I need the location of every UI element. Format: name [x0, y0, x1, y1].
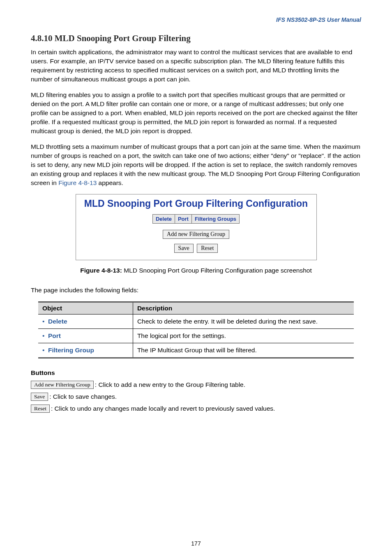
mini-header-filtering-groups: Filtering Groups — [191, 215, 239, 224]
object-delete: Delete — [48, 318, 67, 325]
fields-intro: The page includes the following fields: — [31, 286, 361, 295]
button-desc-line-reset: Reset : Click to undo any changes made l… — [31, 405, 361, 413]
table-row: •Delete Check to delete the entry. It wi… — [38, 314, 354, 329]
reset-chip[interactable]: Reset — [31, 405, 50, 413]
desc-port: The logical port for the settings. — [133, 329, 354, 343]
bullet-icon: • — [42, 332, 48, 340]
reset-button[interactable]: Reset — [197, 244, 218, 253]
th-object: Object — [38, 302, 133, 314]
config-box-title: MLD Snooping Port Group Filtering Config… — [81, 198, 311, 209]
save-chip[interactable]: Save — [31, 393, 48, 401]
paragraph-3b: appears. — [97, 179, 123, 186]
section-heading: 4.8.10 MLD Snooping Port Group Filtering — [31, 33, 361, 44]
object-filtering-group: Filtering Group — [48, 347, 94, 354]
add-new-filtering-group-chip[interactable]: Add new Filtering Group — [31, 381, 94, 389]
config-screenshot-box: MLD Snooping Port Group Filtering Config… — [76, 194, 317, 260]
table-header-row: Object Description — [38, 302, 354, 314]
table-row: •Port The logical port for the settings. — [38, 329, 354, 343]
figure-ref-link: Figure 4-8-13 — [58, 179, 97, 186]
buttons-heading: Buttons — [31, 369, 361, 377]
page-number: 177 — [0, 540, 392, 547]
mini-header-port: Port — [175, 215, 191, 224]
add-new-filtering-group-desc: : Click to add a new entry to the Group … — [95, 381, 245, 388]
paragraph-1: In certain switch applications, the admi… — [31, 48, 361, 84]
figure-caption: Figure 4-8-13: MLD Snooping Port Group F… — [31, 267, 361, 274]
object-description-table: Object Description •Delete Check to dele… — [38, 301, 354, 358]
save-button[interactable]: Save — [174, 244, 194, 253]
bullet-icon: • — [42, 347, 48, 354]
button-desc-line-add: Add new Filtering Group : Click to add a… — [31, 381, 361, 389]
th-description: Description — [133, 302, 354, 314]
paragraph-2: MLD filtering enables you to assign a pr… — [31, 90, 361, 136]
desc-filtering-group: The IP Multicast Group that will be filt… — [133, 343, 354, 358]
save-chip-desc: : Click to save changes. — [49, 393, 117, 400]
add-new-filtering-group-button[interactable]: Add new Filtering Group — [163, 230, 229, 239]
desc-delete: Check to delete the entry. It will be de… — [133, 314, 354, 329]
button-desc-line-save: Save : Click to save changes. — [31, 393, 361, 401]
bullet-icon: • — [42, 318, 48, 325]
header-manual-title: IFS NS3502-8P-2S User Manual — [31, 16, 361, 23]
table-row: •Filtering Group The IP Multicast Group … — [38, 343, 354, 358]
object-port: Port — [48, 332, 61, 339]
figure-caption-text: MLD Snooping Port Group Filtering Config… — [124, 267, 312, 274]
mini-header-delete: Delete — [152, 215, 175, 224]
figure-caption-number: Figure 4-8-13: — [80, 267, 124, 274]
reset-chip-desc: : Click to undo any changes made locally… — [51, 405, 275, 412]
config-mini-header-table: Delete Port Filtering Groups — [152, 214, 240, 224]
paragraph-3: MLD throttling sets a maximum number of … — [31, 142, 361, 187]
